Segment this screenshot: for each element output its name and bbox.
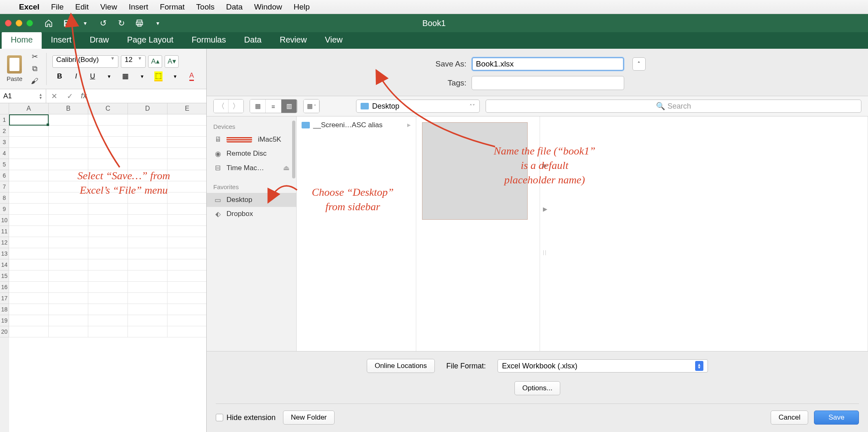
cell[interactable] xyxy=(128,259,167,271)
new-folder-button[interactable]: New Folder xyxy=(283,411,335,425)
cell[interactable] xyxy=(49,137,88,148)
paste-icon[interactable] xyxy=(7,55,22,74)
cell[interactable] xyxy=(9,215,49,226)
cell[interactable] xyxy=(9,315,49,326)
cell[interactable] xyxy=(49,204,88,215)
cell[interactable] xyxy=(167,304,207,315)
row-header[interactable]: 20 xyxy=(0,326,9,337)
cell[interactable] xyxy=(128,237,167,248)
cell[interactable] xyxy=(128,293,167,304)
expand-dialog-icon[interactable]: ˄ xyxy=(632,57,646,71)
cell[interactable] xyxy=(9,293,49,304)
cell[interactable] xyxy=(128,159,167,170)
forward-icon[interactable]: 〉 xyxy=(229,100,243,113)
cell[interactable] xyxy=(88,126,128,137)
cell[interactable] xyxy=(9,181,49,192)
search-input[interactable]: 🔍 Search xyxy=(486,100,861,113)
cell[interactable] xyxy=(128,148,167,159)
row-header[interactable]: 10 xyxy=(0,215,9,226)
row-header[interactable]: 4 xyxy=(0,148,9,159)
minimize-window-icon[interactable] xyxy=(16,20,22,26)
row-header[interactable]: 11 xyxy=(0,226,9,237)
tab-page-layout[interactable]: Page Layout xyxy=(118,32,182,49)
cell[interactable] xyxy=(88,315,128,326)
cell[interactable] xyxy=(128,215,167,226)
underline-button[interactable]: U xyxy=(85,70,99,83)
cell[interactable] xyxy=(88,248,128,259)
row-header[interactable]: 13 xyxy=(0,248,9,259)
row-header[interactable]: 7 xyxy=(0,181,9,192)
cell[interactable] xyxy=(88,192,128,204)
cell[interactable] xyxy=(49,293,88,304)
copy-icon[interactable]: ⧉ xyxy=(29,64,40,74)
underline-dropdown-icon[interactable]: ▼ xyxy=(102,70,116,83)
cell[interactable] xyxy=(88,204,128,215)
cell[interactable] xyxy=(88,215,128,226)
cell[interactable] xyxy=(88,114,128,126)
cell[interactable] xyxy=(128,114,167,126)
cell[interactable] xyxy=(88,181,128,192)
cell[interactable] xyxy=(49,271,88,282)
cell[interactable] xyxy=(49,226,88,237)
row-header[interactable]: 3 xyxy=(0,137,9,148)
col-header[interactable]: B xyxy=(49,103,88,114)
cell[interactable] xyxy=(88,271,128,282)
col-header[interactable]: E xyxy=(167,103,207,114)
list-view-icon[interactable]: ≡ xyxy=(266,100,281,113)
checkbox-icon[interactable] xyxy=(216,414,223,421)
cell[interactable] xyxy=(167,248,207,259)
cell[interactable] xyxy=(128,192,167,204)
cell[interactable] xyxy=(128,181,167,192)
fx-label[interactable]: fx xyxy=(78,92,90,100)
cell[interactable] xyxy=(88,159,128,170)
font-name-select[interactable]: Calibri (Body) ▼ xyxy=(52,55,118,68)
filename-input[interactable] xyxy=(472,57,624,71)
cell[interactable] xyxy=(49,148,88,159)
cell[interactable] xyxy=(49,304,88,315)
row-header[interactable]: 15 xyxy=(0,271,9,282)
column-view-icon[interactable]: ▥ xyxy=(281,100,297,113)
cell[interactable] xyxy=(128,304,167,315)
cell[interactable] xyxy=(9,170,49,181)
bold-button[interactable]: B xyxy=(52,70,66,83)
cell[interactable] xyxy=(49,170,88,181)
cell[interactable] xyxy=(49,248,88,259)
row-header[interactable]: 9 xyxy=(0,204,9,215)
row-header[interactable]: 8 xyxy=(0,192,9,204)
cell[interactable] xyxy=(49,159,88,170)
menu-excel[interactable]: Excel xyxy=(19,2,40,12)
cell[interactable] xyxy=(88,226,128,237)
cell[interactable] xyxy=(9,126,49,137)
eject-icon[interactable]: ⏏ xyxy=(283,164,290,172)
save-icon[interactable] xyxy=(59,17,74,29)
cell[interactable] xyxy=(167,192,207,204)
tab-home[interactable]: Home xyxy=(2,32,42,49)
cell[interactable] xyxy=(88,259,128,271)
online-locations-button[interactable]: Online Locations xyxy=(367,359,435,373)
cell[interactable] xyxy=(167,237,207,248)
cell[interactable] xyxy=(167,137,207,148)
col-header[interactable]: C xyxy=(88,103,128,114)
sidebar-item-desktop[interactable]: ▭Desktop xyxy=(207,193,296,207)
cell[interactable] xyxy=(88,170,128,181)
cell[interactable] xyxy=(167,326,207,337)
cell[interactable] xyxy=(9,114,49,126)
cell[interactable] xyxy=(9,137,49,148)
row-header[interactable]: 16 xyxy=(0,282,9,293)
icon-view-icon[interactable]: ▦ xyxy=(250,100,266,113)
cell[interactable] xyxy=(167,148,207,159)
cell[interactable] xyxy=(167,181,207,192)
name-box[interactable]: A1 ▲▼ xyxy=(0,89,46,103)
cell[interactable] xyxy=(167,114,207,126)
sidebar-item-imac[interactable]: 🖥iMac5K xyxy=(207,133,296,147)
hide-extension-checkbox[interactable]: Hide extension xyxy=(216,413,276,422)
zoom-window-icon[interactable] xyxy=(26,20,33,26)
options-button[interactable]: Options... xyxy=(514,381,560,395)
menu-file[interactable]: File xyxy=(51,2,64,12)
cell[interactable] xyxy=(88,237,128,248)
tab-insert[interactable]: Insert xyxy=(42,32,80,49)
print-icon[interactable] xyxy=(132,17,147,29)
confirm-formula-icon[interactable]: ✓ xyxy=(62,92,78,101)
cell[interactable] xyxy=(88,148,128,159)
group-icon[interactable]: ▦ ˅ xyxy=(304,100,319,113)
